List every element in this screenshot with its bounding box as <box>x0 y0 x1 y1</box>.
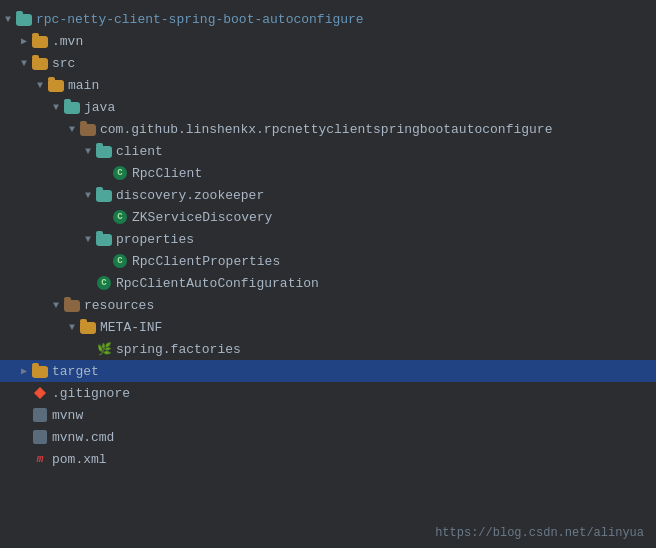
tree-item-label: mvnw.cmd <box>52 430 114 445</box>
git-icon <box>34 387 46 399</box>
tree-item-label: RpcClient <box>132 166 202 181</box>
folder-yellow-icon <box>80 322 96 334</box>
class-icon: C <box>113 254 127 268</box>
folder-yellow-icon <box>48 80 64 92</box>
folder-teal-icon <box>96 190 112 202</box>
tree-row-rpcconfigauto[interactable]: CRpcClientAutoConfiguration <box>0 272 656 294</box>
folder-teal-icon <box>96 146 112 158</box>
arrow-empty <box>96 253 112 269</box>
tree-item-label: mvnw <box>52 408 83 423</box>
tree-row-springfactories[interactable]: 🌿spring.factories <box>0 338 656 360</box>
tree-row-mvnw[interactable]: mvnw <box>0 404 656 426</box>
tree-row-target[interactable]: target <box>0 360 656 382</box>
folder-yellow-icon <box>32 366 48 378</box>
tree-row-client[interactable]: client <box>0 140 656 162</box>
arrow-empty <box>16 429 32 445</box>
tree-row-mvn[interactable]: .mvn <box>0 30 656 52</box>
folder-teal-icon <box>64 102 80 114</box>
tree-item-label: spring.factories <box>116 342 241 357</box>
class-icon: C <box>113 166 127 180</box>
tree-item-label: ZKServiceDiscovery <box>132 210 272 225</box>
tree-row-gitignore[interactable]: .gitignore <box>0 382 656 404</box>
pom-icon: m <box>33 452 47 466</box>
tree-item-label: client <box>116 144 163 159</box>
tree-row-discovery[interactable]: discovery.zookeeper <box>0 184 656 206</box>
tree-item-label: java <box>84 100 115 115</box>
tree-row-properties[interactable]: properties <box>0 228 656 250</box>
arrow-empty <box>96 209 112 225</box>
file-tree: rpc-netty-client-spring-boot-autoconfigu… <box>0 0 656 478</box>
tree-item-label: com.github.linshenkx.rpcnettyclientsprin… <box>100 122 552 137</box>
mvnw-icon <box>33 430 47 444</box>
tree-item-label: resources <box>84 298 154 313</box>
tree-row-src[interactable]: src <box>0 52 656 74</box>
arrow-empty <box>16 451 32 467</box>
arrow-empty <box>96 165 112 181</box>
tree-item-label: .mvn <box>52 34 83 49</box>
folder-teal-icon <box>96 234 112 246</box>
folder-brown-icon <box>64 300 80 312</box>
arrow-down-icon <box>64 319 80 335</box>
class-icon: C <box>97 276 111 290</box>
tree-row-zkservice[interactable]: CZKServiceDiscovery <box>0 206 656 228</box>
arrow-down-icon <box>80 143 96 159</box>
arrow-down-icon <box>32 77 48 93</box>
class-icon: C <box>113 210 127 224</box>
folder-yellow-icon <box>32 36 48 48</box>
tree-item-label: RpcClientAutoConfiguration <box>116 276 319 291</box>
arrow-down-icon <box>80 187 96 203</box>
arrow-right-icon <box>16 363 32 379</box>
arrow-down-icon <box>48 99 64 115</box>
mvnw-icon <box>33 408 47 422</box>
tree-item-label: pom.xml <box>52 452 107 467</box>
tree-item-label: target <box>52 364 99 379</box>
tree-row-main[interactable]: main <box>0 74 656 96</box>
tree-item-label: src <box>52 56 75 71</box>
tree-row-resources[interactable]: resources <box>0 294 656 316</box>
folder-teal-icon <box>16 14 32 26</box>
tree-row-root[interactable]: rpc-netty-client-spring-boot-autoconfigu… <box>0 8 656 30</box>
tree-item-label: main <box>68 78 99 93</box>
spring-icon: 🌿 <box>97 342 111 356</box>
arrow-empty <box>16 407 32 423</box>
arrow-down-icon <box>16 55 32 71</box>
tree-item-label: properties <box>116 232 194 247</box>
tree-item-label: rpc-netty-client-spring-boot-autoconfigu… <box>36 12 364 27</box>
arrow-down-icon <box>0 11 16 27</box>
folder-yellow-icon <box>32 58 48 70</box>
tree-row-rpcprops[interactable]: CRpcClientProperties <box>0 250 656 272</box>
arrow-empty <box>80 341 96 357</box>
tree-row-rpcclient[interactable]: CRpcClient <box>0 162 656 184</box>
arrow-down-icon <box>80 231 96 247</box>
arrow-down-icon <box>48 297 64 313</box>
tree-item-label: RpcClientProperties <box>132 254 280 269</box>
tree-row-metainf[interactable]: META-INF <box>0 316 656 338</box>
arrow-down-icon <box>64 121 80 137</box>
tree-row-mvnwcmd[interactable]: mvnw.cmd <box>0 426 656 448</box>
folder-brown-icon <box>80 124 96 136</box>
arrow-empty <box>80 275 96 291</box>
footer-url: https://blog.csdn.net/alinyua <box>435 526 644 540</box>
tree-item-label: .gitignore <box>52 386 130 401</box>
tree-item-label: discovery.zookeeper <box>116 188 264 203</box>
tree-row-java[interactable]: java <box>0 96 656 118</box>
arrow-empty <box>16 385 32 401</box>
tree-row-pom[interactable]: mpom.xml <box>0 448 656 470</box>
tree-item-label: META-INF <box>100 320 162 335</box>
tree-row-package[interactable]: com.github.linshenkx.rpcnettyclientsprin… <box>0 118 656 140</box>
arrow-right-icon <box>16 33 32 49</box>
